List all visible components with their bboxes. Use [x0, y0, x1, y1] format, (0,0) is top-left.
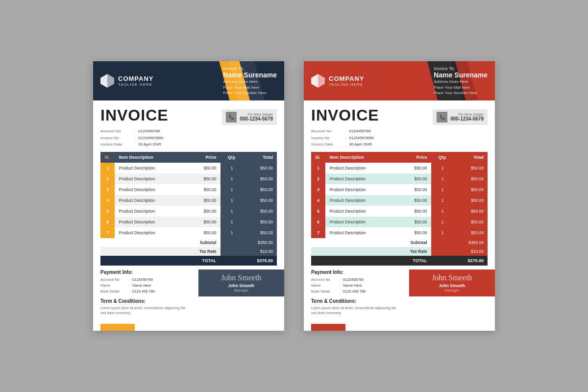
bottom-section: Payment Info: Account No : 0123456789 Na… [93, 266, 284, 320]
table-row: 4 Product Description $50.00 1 $50.00 [100, 195, 277, 206]
meta-invoice-red: Invoice No : 0123456789l0 [311, 135, 488, 142]
footer-bar-red [304, 324, 495, 331]
signature-box-blue: John Smeeth John Smeeth Manager [198, 270, 285, 296]
terms-title: Term & Conditions: [100, 298, 191, 304]
contact-box-red: 📞 For More Details 000-1234-5678 [433, 109, 488, 125]
payment-bank: Bank Detail : 0123 456 789 [100, 289, 191, 294]
signature-script-red: John Smeeth [413, 273, 491, 282]
total-row: TOTAL $375.00 [311, 256, 488, 266]
subtotal-row: Subtotal $350.00 [311, 238, 488, 247]
bottom-left: Payment Info: Account No : 0123456789 Na… [93, 270, 198, 316]
payment-name: Name : Name Here [100, 283, 191, 289]
logo-icon-red [311, 74, 325, 88]
invoice-blue: COMPANY TAGLINE HERE Invoice To: Name Su… [93, 61, 284, 331]
th-price-red: Price [397, 152, 431, 163]
contact-text-red: For More Details 000-1234-5678 [450, 113, 484, 122]
invoice-title: INVOICE [100, 106, 169, 124]
phone-icon-red: 📞 [437, 112, 447, 122]
table-row: 5 Product Description $50.00 1 $50.00 [100, 206, 277, 217]
invoice-red: COMPANY TAGLINE HERE Invoice To: Name Su… [304, 61, 495, 331]
invoice-table-red: Sl. Item Description Price Qty. Total 1 … [311, 152, 488, 266]
signature-title: Manager [202, 288, 281, 293]
logo-icon [100, 74, 114, 88]
to-label-red: Invoice To: [434, 66, 488, 71]
terms-text: Lorem ipsum dolor sit amet, consectetuer… [100, 306, 191, 316]
title-section-red: INVOICE 📞 For More Details 000-1234-5678 [304, 100, 495, 128]
subtotal-row: Subtotal $350.00 [100, 238, 277, 247]
header-left: COMPANY TAGLINE HERE [93, 61, 198, 100]
signature-name-red: John Smeeth [413, 283, 491, 288]
table-row: 1 Product Description $50.00 1 $50.00 [100, 163, 277, 173]
table-row: 2 Product Description $50.00 1 $50.00 [100, 173, 277, 184]
to-name-red: Name Surename [434, 71, 488, 79]
invoice-to-red: Invoice To: Name Surename Address Goes H… [434, 66, 488, 96]
meta-date-red: Invoice Date : 30 April 2045 [311, 141, 488, 148]
th-sl: Sl. [100, 152, 115, 163]
table-wrapper-red: Sl. Item Description Price Qty. Total 1 … [304, 152, 495, 266]
th-total: Total [244, 152, 277, 163]
th-sl-red: Sl. [311, 152, 325, 163]
to-address: Address Goes HerePlace Your Mail herePla… [223, 79, 277, 96]
for-details-label: For More Details [240, 113, 273, 116]
company-tagline: TAGLINE HERE [118, 82, 153, 87]
th-total-red: Total [454, 152, 488, 163]
for-details-label-red: For More Details [450, 113, 484, 116]
table-header-row: Sl. Item Description Price Qty. Total [100, 152, 277, 163]
table-row: 7 Product Description $50.00 1 $50.00 [311, 227, 488, 238]
contact-text: For More Details 000-1234-5678 [240, 113, 273, 122]
th-qty-red: Qty. [431, 152, 454, 163]
payment-bank-red: Bank Detail : 0123 456 789 [311, 289, 402, 294]
to-label: Invoice To: [223, 66, 277, 71]
table-row: 1 Product Description $50.00 1 $50.00 [311, 163, 488, 173]
table-row: 6 Product Description $50.00 1 $50.00 [311, 217, 488, 227]
invoice-header-red: COMPANY TAGLINE HERE Invoice To: Name Su… [304, 61, 495, 100]
invoice-title-red: INVOICE [311, 106, 379, 124]
meta-row-date: Invoice Date : 30 April 2045 [100, 141, 277, 148]
invoice-meta-red: Account No : 0123456789 Invoice No : 012… [304, 128, 495, 152]
phone-number: 000-1234-5678 [240, 116, 273, 122]
phone-number-red: 000-1234-5678 [450, 116, 484, 122]
svg-marker-2 [311, 74, 318, 88]
signature-script: John Smeeth [202, 273, 281, 282]
svg-marker-1 [107, 74, 114, 88]
bottom-right: John Smeeth John Smeeth Manager [198, 270, 285, 316]
th-desc: Item Description [115, 152, 187, 163]
th-price: Price [187, 152, 220, 163]
payment-account-red: Account No : 0123456789 [311, 277, 402, 283]
signature-title-red: Manager [413, 288, 491, 293]
footer-accent-red [311, 324, 345, 331]
total-row: TOTAL $375.00 [100, 256, 277, 266]
invoice-table: Sl. Item Description Price Qty. Total 1 … [100, 152, 277, 266]
meta-row-account: Account No : 0123456789 [100, 128, 277, 135]
signature-name: John Smeeth [202, 283, 281, 288]
terms-text-red: Lorem ipsum dolor sit amet, consectetuer… [311, 306, 402, 316]
footer-accent [100, 324, 135, 331]
table-row: 3 Product Description $50.00 1 $50.00 [100, 184, 277, 195]
header-left-red: COMPANY TAGLINE HERE [304, 61, 409, 100]
meta-row-invoice: Invoice No : 0123456789l0 [100, 135, 277, 142]
svg-marker-0 [100, 74, 107, 88]
logo-text: COMPANY TAGLINE HERE [118, 75, 153, 87]
svg-marker-3 [318, 74, 325, 88]
table-row: 4 Product Description $50.00 1 $50.00 [311, 195, 488, 206]
table-row: 2 Product Description $50.00 1 $50.00 [311, 173, 488, 184]
invoice-to: Invoice To: Name Surename Address Goes H… [223, 66, 277, 96]
logo-text-red: COMPANY TAGLINE HERE [329, 75, 364, 87]
bottom-right-red: John Smeeth John Smeeth Manager [409, 270, 495, 316]
meta-account-red: Account No : 0123456789 [311, 128, 488, 135]
subtotal-row: Tax Rate $10.00 [311, 247, 488, 256]
signature-box-red: John Smeeth John Smeeth Manager [409, 270, 495, 296]
to-name: Name Surename [223, 71, 277, 79]
bottom-left-red: Payment Info: Account No : 0123456789 Na… [304, 270, 409, 316]
header-right: Invoice To: Name Surename Address Goes H… [198, 61, 285, 100]
terms-title-red: Term & Conditions: [311, 298, 402, 304]
company-tagline-red: TAGLINE HERE [329, 82, 364, 87]
footer-bar [93, 324, 284, 331]
table-row: 3 Product Description $50.00 1 $50.00 [311, 184, 488, 195]
table-row: 6 Product Description $50.00 1 $50.00 [100, 217, 277, 227]
payment-title: Payment Info: [100, 270, 191, 275]
payment-name-red: Name : Name Here [311, 283, 402, 289]
phone-icon: 📞 [226, 112, 237, 122]
to-address-red: Address Goes HerePlace Your Mail herePla… [434, 79, 488, 96]
invoice-meta: Account No : 0123456789 Invoice No : 012… [93, 128, 284, 152]
